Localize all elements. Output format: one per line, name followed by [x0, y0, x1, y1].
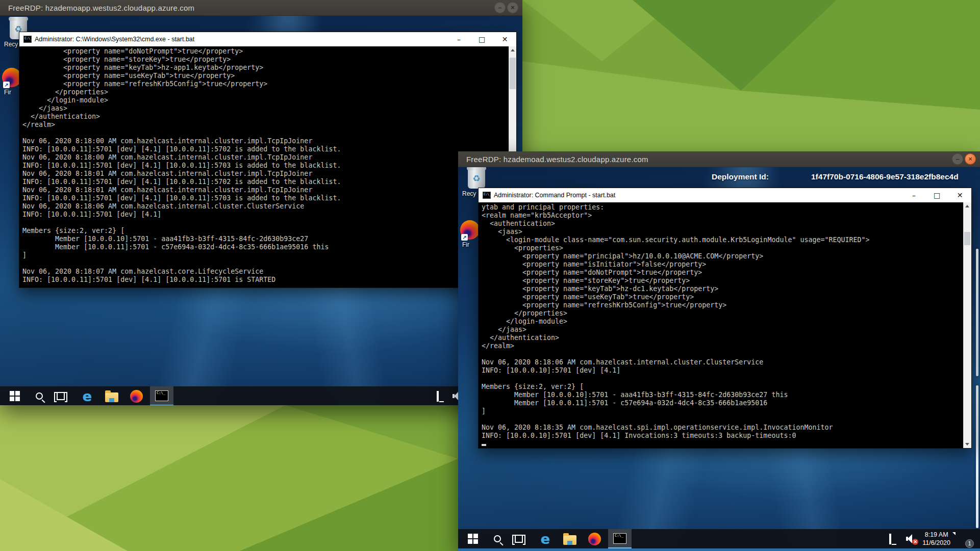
taskbar-ad: e C:\_ ✕ 8:19 A — [458, 529, 980, 548]
file-explorer-button[interactable] — [101, 386, 122, 405]
cmd-taskbar-button[interactable]: C:\_ — [608, 529, 632, 548]
shortcut-arrow-icon: ↗ — [3, 82, 10, 88]
notification-badge: 1 — [965, 539, 974, 548]
freerdp-window-ad: FreeRDP: hzademoad.westus2.cloudapp.azur… — [458, 151, 980, 551]
close-button[interactable]: × — [507, 2, 518, 13]
terminal-cursor — [482, 444, 486, 446]
edge-icon: e — [83, 389, 92, 403]
task-view-button[interactable] — [508, 529, 530, 548]
clock-date: 11/6/2020 — [922, 539, 950, 546]
close-button[interactable]: ✕ — [948, 188, 971, 202]
background-window-edge — [976, 249, 978, 376]
scroll-down-icon[interactable] — [964, 441, 971, 448]
freerdp-window-app: FreeRDP: hzademoapp.westus2.cloudapp.azu… — [0, 0, 522, 405]
remote-desktop-app: ♻ Recy ↗ Fir C:\_ Administrator: C:\Wind… — [0, 16, 522, 405]
freerdp-ad-title: FreeRDP: hzademoad.westus2.cloudapp.azur… — [458, 155, 648, 164]
close-button[interactable]: × — [965, 153, 976, 165]
cmd-app-terminal[interactable]: <property name="doNotPrompt">true</prope… — [19, 46, 516, 287]
freerdp-app-titlebar[interactable]: FreeRDP: hzademoapp.westus2.cloudapp.azu… — [0, 0, 522, 16]
cmd-ad-terminal[interactable]: ytab and principal properties: <realm na… — [479, 202, 971, 448]
deployment-id-label: Deployment Id: — [712, 172, 769, 181]
recycle-symbol: ♻ — [468, 174, 485, 183]
taskbar-app: e C:\_ — [0, 386, 522, 405]
cmd-icon: C:\_ — [613, 533, 626, 544]
task-view-icon — [515, 535, 523, 543]
folder-icon — [105, 392, 118, 402]
scroll-up-icon[interactable] — [509, 46, 516, 54]
minimize-button[interactable]: – — [902, 188, 925, 202]
action-center-button[interactable]: 1 — [957, 533, 972, 545]
minimize-button[interactable]: – — [447, 32, 470, 46]
cmd-ad-titlebar[interactable]: C:\_ Administrator: Command Prompt - sta… — [479, 188, 971, 202]
maximize-button[interactable]: □ — [470, 32, 493, 46]
clock[interactable]: 8:19 AM 11/6/2020 — [922, 531, 950, 547]
close-button[interactable]: ✕ — [493, 32, 516, 46]
start-button[interactable] — [462, 529, 484, 548]
task-view-icon — [57, 392, 65, 400]
firefox-button[interactable] — [125, 386, 147, 405]
freerdp-ad-titlebar[interactable]: FreeRDP: hzademoad.westus2.cloudapp.azur… — [458, 151, 980, 167]
background-window-edge — [976, 385, 978, 528]
cmd-taskbar-button[interactable]: C:\_ — [150, 386, 173, 405]
edge-button[interactable]: e — [535, 529, 556, 548]
terminal-output: <property name="doNotPrompt">true</prope… — [19, 46, 516, 284]
minimize-button[interactable]: – — [494, 2, 506, 13]
search-button[interactable] — [29, 386, 50, 405]
terminal-output: ytab and principal properties: <realm na… — [479, 202, 971, 440]
scrollbar-thumb[interactable] — [510, 58, 516, 89]
clock-time: 8:19 AM — [925, 531, 948, 538]
firefox-icon — [588, 533, 601, 545]
cmd-app-titlebar[interactable]: C:\_ Administrator: C:\Windows\System32\… — [19, 32, 516, 46]
wallpaper-strip — [458, 548, 980, 551]
mute-badge: ✕ — [912, 539, 918, 545]
cmd-ad-title: Administrator: Command Prompt - start.ba… — [494, 192, 615, 199]
windows-logo-icon — [468, 534, 478, 544]
scrollbar-thumb[interactable] — [964, 232, 970, 245]
cmd-window-app: C:\_ Administrator: C:\Windows\System32\… — [19, 32, 517, 288]
search-icon — [494, 535, 501, 542]
network-icon[interactable] — [889, 535, 900, 543]
shortcut-arrow-icon: ↗ — [461, 234, 468, 241]
cmd-app-icon: C:\_ — [23, 36, 32, 43]
firefox-icon — [130, 390, 143, 403]
edge-button[interactable]: e — [77, 386, 98, 405]
maximize-button[interactable]: □ — [925, 188, 948, 202]
search-button[interactable] — [487, 529, 508, 548]
search-icon — [36, 392, 43, 400]
file-explorer-button[interactable] — [559, 529, 581, 548]
screen: FreeRDP: hzademoapp.westus2.cloudapp.azu… — [0, 0, 980, 551]
scroll-up-icon[interactable] — [964, 202, 971, 209]
speaker-muted-icon[interactable]: ✕ — [906, 534, 916, 543]
windows-logo-icon — [10, 391, 20, 401]
freerdp-app-title: FreeRDP: hzademoapp.westus2.cloudapp.azu… — [0, 4, 194, 12]
cmd-window-ad: C:\_ Administrator: Command Prompt - sta… — [478, 188, 972, 449]
cmd-ad-icon: C:\_ — [483, 192, 491, 199]
edge-icon: e — [541, 532, 550, 546]
task-view-button[interactable] — [50, 386, 71, 405]
minimize-button[interactable]: – — [952, 153, 963, 165]
cmd-icon: C:\_ — [155, 390, 168, 401]
folder-icon — [563, 535, 576, 545]
scrollbar[interactable] — [963, 202, 971, 448]
deployment-id-value: 1f47f70b-0716-4806-9e57-318e2fb8ec4d — [811, 172, 959, 181]
start-button[interactable] — [4, 386, 26, 405]
network-icon[interactable] — [437, 392, 447, 401]
firefox-button[interactable] — [584, 529, 605, 548]
remote-desktop-ad: Deployment Id: 1f47f70b-0716-4806-9e57-3… — [458, 167, 980, 551]
cmd-app-title: Administrator: C:\Windows\System32\cmd.e… — [35, 36, 194, 43]
